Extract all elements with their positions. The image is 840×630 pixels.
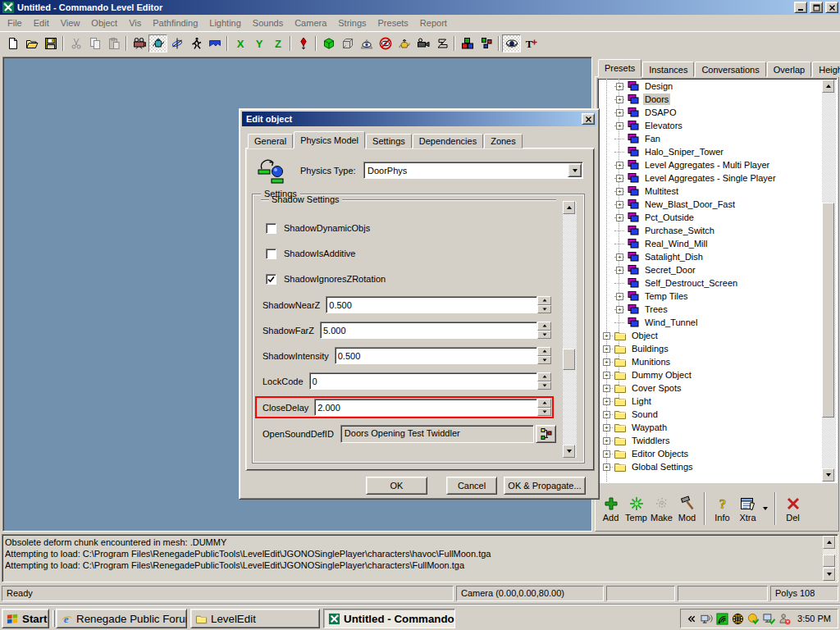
toolbar-side-camera-button[interactable]: [413, 34, 432, 52]
dialog-tab-dependencies[interactable]: Dependencies: [413, 134, 483, 148]
toolbar-orbit-axis-button[interactable]: [167, 34, 186, 52]
open-sound-def-field[interactable]: Doors Opening Test Twiddler: [340, 425, 534, 443]
tree-item-wind-tunnel[interactable]: Wind_Tunnel: [598, 316, 823, 329]
tree-item-design[interactable]: +Design: [598, 80, 823, 93]
add-preset-button[interactable]: Add: [598, 490, 623, 527]
toolbar-eye-triangle-button[interactable]: [357, 34, 376, 52]
expand-plus-icon[interactable]: +: [616, 175, 623, 182]
toolbar-cut-button[interactable]: [66, 34, 85, 52]
spin-up-button[interactable]: [537, 347, 551, 356]
toolbar-wireframe-cube-button[interactable]: [338, 34, 357, 52]
toolbar-axis-x-button[interactable]: X: [231, 34, 249, 52]
expand-plus-icon[interactable]: +: [603, 437, 610, 445]
del-preset-button[interactable]: Del: [780, 490, 806, 527]
shadownearz-input[interactable]: [326, 296, 537, 313]
tree-item-editor-objects[interactable]: +Editor Objects: [598, 447, 823, 460]
spin-down-button[interactable]: [537, 331, 551, 340]
shadowfarz-input[interactable]: [320, 322, 537, 339]
toolbar-axis-y-button[interactable]: Y: [249, 34, 268, 52]
close-button[interactable]: [825, 2, 838, 13]
scroll-up-button[interactable]: [563, 201, 575, 214]
settings-scrollbar[interactable]: [563, 201, 577, 458]
tree-item-real-wind-mill[interactable]: Real_Wind_Mill: [598, 237, 823, 250]
tree-item-sound[interactable]: +Sound: [598, 408, 823, 421]
taskbar-task-renegade-public-forums[interactable]: eRenegade Public Forums...: [56, 609, 187, 628]
spin-down-button[interactable]: [537, 305, 551, 314]
tree-item-dummy-object[interactable]: +Dummy Object: [598, 368, 823, 381]
scroll-down-button[interactable]: [563, 445, 575, 458]
tray-user-offline-icon[interactable]: [778, 613, 791, 625]
toolbar-copy-button[interactable]: [85, 34, 104, 52]
menu-pathfinding[interactable]: Pathfinding: [147, 16, 203, 30]
toolbar-eye-visible-button[interactable]: [502, 34, 521, 52]
dialog-tab-zones[interactable]: Zones: [484, 134, 523, 148]
info-preset-button[interactable]: ?Info: [710, 490, 735, 527]
spin-down-button[interactable]: [537, 408, 551, 417]
tree-item-temp-tiles[interactable]: +Temp Tiles: [598, 290, 823, 303]
tree-item-self-destrouct-screen[interactable]: Self_Destrouct_Screen: [598, 276, 823, 290]
toolbar-angle-tool-button[interactable]: [432, 34, 451, 52]
tray-globe-icon[interactable]: [732, 613, 744, 625]
dialog-tab-general[interactable]: General: [248, 134, 293, 148]
expand-plus-icon[interactable]: +: [603, 372, 610, 379]
dialog-close-button[interactable]: [582, 113, 595, 125]
tree-item-level-aggregates-single-player[interactable]: +Level Aggregates - Single Player: [598, 171, 823, 185]
spin-up-button[interactable]: [537, 372, 551, 381]
expand-plus-icon[interactable]: +: [616, 96, 623, 103]
toolbar-rgb-cubes-button[interactable]: [458, 34, 477, 52]
ok-button[interactable]: OK: [366, 477, 427, 495]
dialog-tab-settings[interactable]: Settings: [366, 134, 412, 148]
toolbar-text-plus-button[interactable]: T: [521, 34, 540, 52]
menu-vis[interactable]: Vis: [123, 16, 147, 30]
tree-item-munitions[interactable]: +Munitions: [598, 355, 823, 368]
toolbar-save-file-button[interactable]: [41, 34, 60, 52]
expand-plus-icon[interactable]: +: [603, 345, 610, 353]
menu-object[interactable]: Object: [85, 16, 123, 30]
menu-camera[interactable]: Camera: [289, 16, 332, 30]
toolbar-axis-z-button[interactable]: Z: [268, 34, 287, 52]
menu-edit[interactable]: Edit: [28, 16, 55, 30]
dialog-tab-physics-model[interactable]: Physics Model: [294, 131, 365, 148]
temp-preset-button[interactable]: Temp: [623, 490, 649, 527]
spin-up-button[interactable]: [537, 399, 551, 408]
tree-item-twiddlers[interactable]: +Twiddlers: [598, 434, 823, 447]
tray-chevron-left-icon[interactable]: [685, 613, 697, 625]
mod-preset-button[interactable]: Mod: [674, 490, 700, 527]
menu-sounds[interactable]: Sounds: [247, 16, 289, 30]
menu-file[interactable]: File: [2, 16, 28, 30]
tray-pc-check-icon[interactable]: [763, 613, 775, 625]
spin-down-button[interactable]: [537, 356, 551, 365]
expand-plus-icon[interactable]: +: [616, 253, 623, 261]
scrollbar-thumb[interactable]: [822, 203, 834, 418]
toolbar-new-file-button[interactable]: [3, 34, 22, 52]
maximize-button[interactable]: [810, 2, 823, 13]
toolbar-small-cubes-button[interactable]: [477, 34, 495, 52]
checkbox-unchecked[interactable]: [266, 223, 276, 234]
tree-item-elevators[interactable]: +Elevators: [598, 119, 823, 132]
tree-item-fan[interactable]: Fan: [598, 132, 823, 145]
expand-plus-icon[interactable]: +: [616, 122, 623, 130]
make-preset-button[interactable]: Make: [649, 490, 674, 527]
expand-plus-icon[interactable]: +: [603, 398, 610, 405]
browse-sound-button[interactable]: [536, 425, 556, 443]
expand-plus-icon[interactable]: +: [616, 214, 623, 221]
log-scrollbar[interactable]: [823, 536, 837, 581]
expand-plus-icon[interactable]: +: [616, 188, 623, 195]
scroll-up-button[interactable]: [822, 80, 834, 93]
tray-update-check-icon[interactable]: [747, 613, 760, 625]
tab-instances[interactable]: Instances: [642, 62, 694, 77]
checkbox-checked[interactable]: [266, 274, 276, 285]
scroll-down-button[interactable]: [822, 468, 834, 482]
physics-type-combobox[interactable]: DoorPhys: [363, 162, 583, 179]
toolbar-terrain-flag-button[interactable]: [205, 34, 224, 52]
tree-item-purchase-switch[interactable]: Purchase_Switch: [598, 224, 823, 237]
scroll-up-button[interactable]: [823, 536, 835, 549]
menu-strings[interactable]: Strings: [332, 16, 372, 30]
xtra-preset-button[interactable]: Xtra: [735, 490, 760, 527]
tab-presets[interactable]: Presets: [598, 59, 641, 77]
tray-network-signal-icon[interactable]: [716, 613, 728, 625]
tree-item-dsapo[interactable]: +DSAPO: [598, 106, 823, 119]
expand-plus-icon[interactable]: +: [603, 424, 610, 431]
expand-plus-icon[interactable]: +: [616, 293, 623, 300]
tab-heightfield[interactable]: Heightfield: [812, 62, 840, 77]
